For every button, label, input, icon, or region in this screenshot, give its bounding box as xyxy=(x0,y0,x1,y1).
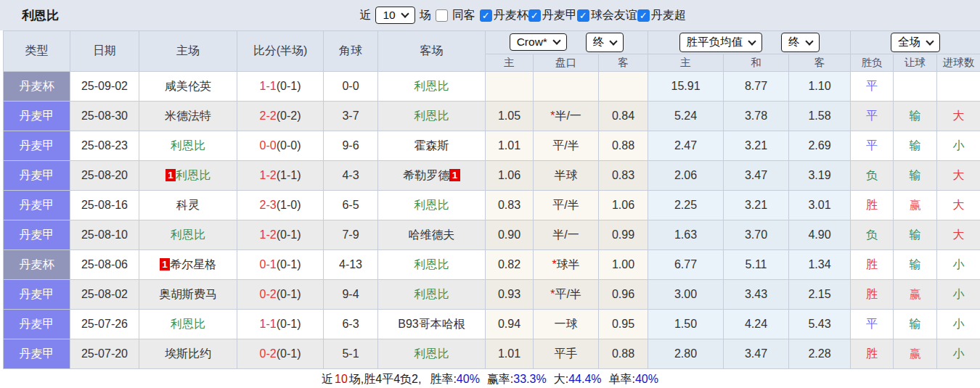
score-cell: 1-2(0-1) xyxy=(237,220,324,250)
goals-result-cell: 大 xyxy=(937,161,980,191)
score-cell: 0-0(0-0) xyxy=(237,131,324,161)
chevron-down-icon xyxy=(401,9,409,17)
goals-result-cell: 小 xyxy=(937,131,980,161)
league-checkbox[interactable]: ✓ xyxy=(528,9,541,22)
score-cell: 1-1(0-1) xyxy=(237,310,324,339)
league-type-cell: 丹麦甲 xyxy=(4,161,70,191)
match-history-table: 类型 日期 主场 比分(半场) 角球 客场 Crow* 终 胜平负均值 xyxy=(3,30,980,369)
avg-home-odds-cell: 6.77 xyxy=(648,250,724,280)
same-away-checkbox[interactable] xyxy=(436,9,448,22)
league-checkbox[interactable]: ✓ xyxy=(577,9,589,22)
corner-cell: 7-9 xyxy=(324,220,378,250)
handicap-home-odds-cell: 0.94 xyxy=(486,310,534,339)
match-count-select[interactable]: 10 xyxy=(375,7,415,24)
summary-stat-value: 44.4% xyxy=(568,373,601,385)
handicap-result-cell: 赢 xyxy=(894,191,937,220)
avg-draw-odds-cell: 3.21 xyxy=(724,131,789,161)
handicap-line: 半/一 xyxy=(555,110,581,122)
summary-stat-label: 胜率: xyxy=(430,373,456,385)
home-team-cell: 咸美伦英 xyxy=(139,72,237,102)
avg-away-odds-cell: 5.43 xyxy=(789,310,851,339)
match-row: 丹麦杯25-09-02咸美伦英1-1(0-1)0-0利恩比15.918.771.… xyxy=(4,72,980,102)
score-cell: 0-2(0-1) xyxy=(237,280,324,310)
handicap-line-cell: 半/一 xyxy=(534,220,599,250)
halftime-score: (0-1) xyxy=(277,80,301,92)
goals-result-cell: 小 xyxy=(937,280,980,310)
league-type-cell: 丹麦甲 xyxy=(4,220,70,250)
summary-prefix: 近 xyxy=(322,372,333,387)
handicap-line-cell: *半/一 xyxy=(534,102,599,131)
subheader-avg-away: 客 xyxy=(789,54,851,72)
fulltime-score: 1-2 xyxy=(260,169,277,181)
summary-stat-0: 胜率:40% xyxy=(430,372,479,387)
handicap-away-odds-cell xyxy=(599,72,648,102)
league-filter-2: ✓球会友谊 xyxy=(577,8,637,23)
handicap-home-odds-cell: 1.01 xyxy=(486,339,534,369)
date-cell: 25-07-20 xyxy=(70,339,139,369)
scope-select[interactable]: 全场 xyxy=(891,33,940,52)
avg-away-odds-cell: 1.34 xyxy=(789,250,851,280)
odds-company-select[interactable]: Crow* xyxy=(510,33,567,51)
avg-away-odds-cell: 1.10 xyxy=(789,72,851,102)
matches-unit-label: 场 xyxy=(420,8,431,23)
score-cell: 0-2(0-1) xyxy=(237,339,324,369)
avg-draw-odds-cell: 5.11 xyxy=(724,250,789,280)
summary-stats: 胜率:40%赢率:33.3%大:44.4%单率:40% xyxy=(422,372,658,387)
league-type-cell: 丹麦甲 xyxy=(4,280,70,310)
scope-select-group: 全场 xyxy=(851,31,980,54)
fulltime-score: 1-1 xyxy=(260,318,277,330)
home-team-name: 米德法特 xyxy=(165,110,211,122)
league-checkbox[interactable]: ✓ xyxy=(480,9,492,22)
subheader-hcap-home: 主 xyxy=(486,54,534,72)
league-checkbox-label: 丹麦杯 xyxy=(494,8,528,23)
avg-away-odds-cell: 4.90 xyxy=(789,220,851,250)
handicap-home-odds-cell: 1.06 xyxy=(486,161,534,191)
chevron-down-icon xyxy=(805,37,813,45)
date-cell: 25-09-02 xyxy=(70,72,139,102)
summary-stat-value: 40% xyxy=(635,373,658,385)
halftime-score: (0-1) xyxy=(277,318,301,330)
col-header-type: 类型 xyxy=(4,31,70,72)
home-team-name: 奥胡斯费马 xyxy=(159,288,217,300)
home-team-name: 利恩比 xyxy=(171,139,205,152)
subheader-avg-draw: 和 xyxy=(724,54,789,72)
score-cell: 0-1(0-1) xyxy=(237,250,324,280)
avg-home-odds-cell: 2.06 xyxy=(648,161,724,191)
away-team-name: 利恩比 xyxy=(415,288,449,300)
avg-home-odds-cell: 1.63 xyxy=(648,220,724,250)
avg-home-odds-cell: 2.80 xyxy=(648,339,724,369)
near-label: 近 xyxy=(359,8,371,23)
avg-draw-odds-cell: 3.47 xyxy=(724,339,789,369)
odds-stage-select-1[interactable]: 终 xyxy=(586,33,624,52)
avg-mode-select[interactable]: 胜平负均值 xyxy=(679,33,763,52)
handicap-home-odds-cell: 1.01 xyxy=(486,131,534,161)
match-row: 丹麦甲25-07-26利恩比1-1(0-1)6-3B93哥本哈根0.94一球0.… xyxy=(4,310,980,339)
chevron-down-icon xyxy=(748,37,756,45)
result-cell: 负 xyxy=(851,161,894,191)
league-type-cell: 丹麦甲 xyxy=(4,102,70,131)
same-away-label: 同客 xyxy=(452,8,475,23)
avg-home-odds-cell: 15.91 xyxy=(648,72,724,102)
subheader-handicap-result: 让球 xyxy=(894,54,937,72)
corner-cell: 6-5 xyxy=(324,191,378,220)
handicap-line-cell: 一球 xyxy=(534,310,599,339)
goals-result-cell xyxy=(937,72,980,102)
avg-away-odds-cell: 2.69 xyxy=(789,131,851,161)
corner-cell: 6-3 xyxy=(324,310,378,339)
halftime-score: (1-1) xyxy=(277,169,301,181)
home-team-cell: 奥胡斯费马 xyxy=(139,280,237,310)
avg-draw-odds-cell: 3.78 xyxy=(724,102,789,131)
date-cell: 25-08-30 xyxy=(70,102,139,131)
goals-result-cell: 小 xyxy=(937,250,980,280)
filter-controls: 近 10 场 同客 ✓丹麦杯✓丹麦甲✓球会友谊✓丹麦超 xyxy=(294,7,685,24)
fulltime-score: 2-3 xyxy=(260,199,277,211)
league-checkbox[interactable]: ✓ xyxy=(637,9,650,22)
league-type-cell: 丹麦甲 xyxy=(4,131,70,161)
handicap-line-cell: 平/半 xyxy=(534,131,599,161)
handicap-home-odds-cell: 0.83 xyxy=(486,191,534,220)
league-filter-group: ✓丹麦杯✓丹麦甲✓球会友谊✓丹麦超 xyxy=(480,8,686,23)
home-team-cell: 1希尔星格 xyxy=(139,250,237,280)
league-type-cell: 丹麦杯 xyxy=(4,72,70,102)
odds-stage-select-2[interactable]: 终 xyxy=(781,33,820,52)
handicap-result-cell: 输 xyxy=(894,310,937,339)
